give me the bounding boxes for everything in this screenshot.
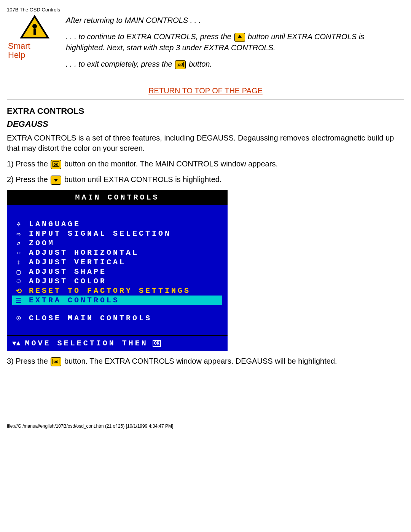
return-to-top-link[interactable]: RETURN TO TOP OF THE PAGE bbox=[7, 86, 404, 95]
smart-line-3: . . . to exit completely, press the od b… bbox=[66, 59, 404, 70]
smart-line-2: . . . to continue to EXTRA CONTROLS, pre… bbox=[66, 31, 404, 53]
osd-label: ADJUST COLOR bbox=[29, 277, 107, 286]
smart-help-left: Smart Help bbox=[7, 15, 62, 60]
step-2: 2) Press the button until EXTRA CONTROLS… bbox=[7, 174, 404, 185]
zoom-icon: ⌕ bbox=[14, 239, 24, 248]
smart-help-text: After returning to MAIN CONTROLS . . . .… bbox=[66, 15, 404, 75]
osd-item-extra-controls: ☰ EXTRA CONTROLS bbox=[12, 296, 222, 305]
osd-label: INPUT SIGNAL SELECTION bbox=[29, 229, 171, 238]
osd-title: MAIN CONTROLS bbox=[7, 190, 228, 205]
step-1b: button on the monitor. The MAIN CONTROLS… bbox=[64, 160, 278, 168]
osd-item-close: ⍟ CLOSE MAIN CONTROLS bbox=[12, 313, 222, 323]
osd-item-adjust-horizontal: ↔ ADJUST HORIZONTAL bbox=[12, 248, 222, 257]
osd-label: ADJUST VERTICAL bbox=[29, 258, 126, 267]
smart-line-3a: . . . to exit completely, press the bbox=[66, 60, 174, 68]
move-arrows-icon: ▼▲ bbox=[12, 340, 21, 347]
close-icon: ⍟ bbox=[14, 314, 24, 323]
divider bbox=[7, 99, 404, 99]
page-footer: file:///G|/manual/english/107B/osd/osd_c… bbox=[7, 423, 404, 429]
osd-label: EXTRA CONTROLS bbox=[29, 296, 119, 305]
step-3a: 3) Press the bbox=[7, 357, 50, 365]
osd-item-adjust-shape: ▢ ADJUST SHAPE bbox=[12, 267, 222, 276]
osd-item-language: ⚘ LANGUAGE bbox=[12, 219, 222, 229]
osd-item-input-signal: ⇨ INPUT SIGNAL SELECTION bbox=[12, 229, 222, 238]
horizontal-icon: ↔ bbox=[14, 249, 24, 257]
up-button-icon bbox=[234, 33, 245, 42]
smart-line-1: After returning to MAIN CONTROLS . . . bbox=[66, 15, 404, 26]
color-icon: ☺ bbox=[14, 278, 24, 285]
smart-help-label: Smart Help bbox=[6, 42, 63, 60]
input-icon: ⇨ bbox=[14, 230, 24, 238]
ok-button-icon: od bbox=[175, 60, 186, 69]
subsection-title: DEGAUSS bbox=[7, 119, 404, 129]
step-1a: 1) Press the bbox=[7, 160, 50, 168]
down-button-icon bbox=[51, 176, 61, 185]
smart-label-1: Smart bbox=[8, 41, 30, 51]
osd-label: ADJUST HORIZONTAL bbox=[29, 248, 139, 257]
language-icon: ⚘ bbox=[14, 220, 24, 228]
warning-icon bbox=[20, 15, 49, 42]
osd-label: ADJUST SHAPE bbox=[29, 267, 107, 276]
osd-label: RESET TO FACTORY SETTINGS bbox=[29, 286, 191, 295]
osd-footer-text: MOVE SELECTION THEN bbox=[25, 339, 148, 348]
section-title: EXTRA CONTROLS bbox=[7, 106, 404, 116]
extra-icon: ☰ bbox=[14, 296, 24, 305]
osd-item-zoom: ⌕ ZOOM bbox=[12, 238, 222, 248]
step-2a: 2) Press the bbox=[7, 175, 50, 184]
step-1: 1) Press the od button on the monitor. T… bbox=[7, 159, 404, 169]
osd-item-adjust-color: ☺ ADJUST COLOR bbox=[12, 276, 222, 286]
page-header: 107B The OSD Controls bbox=[7, 7, 404, 13]
ok-button-icon: od bbox=[51, 160, 61, 169]
ok-button-icon: od bbox=[51, 357, 61, 366]
smart-line-2a: . . . to continue to EXTRA CONTROLS, pre… bbox=[66, 32, 234, 41]
smart-label-2: Help bbox=[8, 50, 25, 60]
osd-item-reset: ⟲ RESET TO FACTORY SETTINGS bbox=[12, 286, 222, 296]
osd-item-adjust-vertical: ↕ ADJUST VERTICAL bbox=[12, 257, 222, 267]
osd-label: CLOSE MAIN CONTROLS bbox=[29, 314, 152, 323]
vertical-icon: ↕ bbox=[14, 259, 24, 266]
step-3: 3) Press the od button. The EXTRA CONTRO… bbox=[7, 356, 404, 366]
osd-body: ⚘ LANGUAGE ⇨ INPUT SIGNAL SELECTION ⌕ ZO… bbox=[7, 205, 228, 335]
ok-box-icon: OK bbox=[153, 340, 161, 347]
osd-label: LANGUAGE bbox=[29, 220, 81, 228]
osd-panel: MAIN CONTROLS ⚘ LANGUAGE ⇨ INPUT SIGNAL … bbox=[7, 190, 228, 351]
shape-icon: ▢ bbox=[14, 268, 24, 276]
smart-line-3b: button. bbox=[189, 60, 212, 68]
intro-text: EXTRA CONTROLS is a set of three feature… bbox=[7, 133, 404, 153]
step-2b: button until EXTRA CONTROLS is highlight… bbox=[64, 175, 222, 184]
step-3b: button. The EXTRA CONTROLS window appear… bbox=[64, 357, 337, 365]
smart-help-block: Smart Help After returning to MAIN CONTR… bbox=[7, 15, 404, 75]
osd-label: ZOOM bbox=[29, 239, 55, 248]
reset-icon: ⟲ bbox=[14, 287, 24, 295]
osd-footer: ▼▲ MOVE SELECTION THEN OK bbox=[7, 335, 228, 351]
